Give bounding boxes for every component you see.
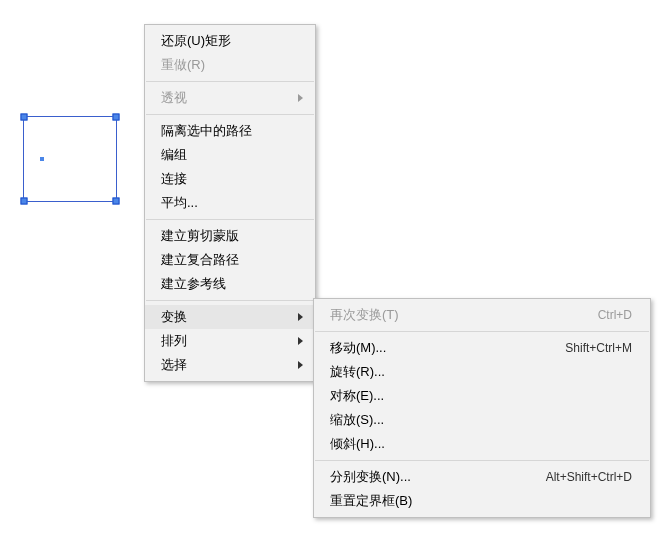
transform-submenu: 再次变换(T) Ctrl+D 移动(M)... Shift+Ctrl+M 旋转(… bbox=[313, 298, 651, 518]
menu-item-label: 旋转(R)... bbox=[330, 360, 385, 384]
menu-item-arrange[interactable]: 排列 bbox=[145, 329, 315, 353]
menu-item-label: 透视 bbox=[161, 86, 187, 110]
menu-item-label: 隔离选中的路径 bbox=[161, 119, 252, 143]
menu-separator bbox=[315, 460, 649, 461]
context-menu: 还原(U)矩形 重做(R) 透视 隔离选中的路径 编组 连接 平均... 建立剪… bbox=[144, 24, 316, 382]
menu-item-transform-again: 再次变换(T) Ctrl+D bbox=[314, 303, 650, 327]
menu-item-label: 排列 bbox=[161, 329, 187, 353]
menu-item-label: 倾斜(H)... bbox=[330, 432, 385, 456]
anchor-handle[interactable] bbox=[21, 198, 28, 205]
menu-item-transform[interactable]: 变换 bbox=[145, 305, 315, 329]
menu-item-label: 编组 bbox=[161, 143, 187, 167]
anchor-handle[interactable] bbox=[113, 198, 120, 205]
menu-item-select[interactable]: 选择 bbox=[145, 353, 315, 377]
menu-item-shortcut: Shift+Ctrl+M bbox=[565, 336, 632, 360]
menu-item-label: 再次变换(T) bbox=[330, 303, 399, 327]
menu-item-make-guides[interactable]: 建立参考线 bbox=[145, 272, 315, 296]
canvas: 还原(U)矩形 重做(R) 透视 隔离选中的路径 编组 连接 平均... 建立剪… bbox=[0, 0, 658, 539]
anchor-handle[interactable] bbox=[113, 114, 120, 121]
menu-item-label: 对称(E)... bbox=[330, 384, 384, 408]
menu-item-shear[interactable]: 倾斜(H)... bbox=[314, 432, 650, 456]
menu-item-label: 缩放(S)... bbox=[330, 408, 384, 432]
menu-item-label: 建立复合路径 bbox=[161, 248, 239, 272]
menu-item-label: 还原(U)矩形 bbox=[161, 29, 231, 53]
menu-item-move[interactable]: 移动(M)... Shift+Ctrl+M bbox=[314, 336, 650, 360]
menu-item-label: 变换 bbox=[161, 305, 187, 329]
menu-separator bbox=[315, 331, 649, 332]
menu-item-undo[interactable]: 还原(U)矩形 bbox=[145, 29, 315, 53]
menu-item-make-compound-path[interactable]: 建立复合路径 bbox=[145, 248, 315, 272]
menu-item-label: 移动(M)... bbox=[330, 336, 386, 360]
submenu-arrow-icon bbox=[298, 361, 303, 369]
menu-item-perspective: 透视 bbox=[145, 86, 315, 110]
menu-item-shortcut: Ctrl+D bbox=[598, 303, 632, 327]
menu-separator bbox=[146, 219, 314, 220]
menu-item-shortcut: Alt+Shift+Ctrl+D bbox=[546, 465, 632, 489]
menu-item-average[interactable]: 平均... bbox=[145, 191, 315, 215]
menu-item-label: 选择 bbox=[161, 353, 187, 377]
menu-item-transform-each[interactable]: 分别变换(N)... Alt+Shift+Ctrl+D bbox=[314, 465, 650, 489]
menu-item-group[interactable]: 编组 bbox=[145, 143, 315, 167]
menu-item-redo: 重做(R) bbox=[145, 53, 315, 77]
submenu-arrow-icon bbox=[298, 94, 303, 102]
menu-item-join[interactable]: 连接 bbox=[145, 167, 315, 191]
menu-item-label: 连接 bbox=[161, 167, 187, 191]
menu-item-isolate-path[interactable]: 隔离选中的路径 bbox=[145, 119, 315, 143]
menu-item-label: 重做(R) bbox=[161, 53, 205, 77]
selected-rectangle[interactable] bbox=[23, 116, 117, 202]
menu-item-reflect[interactable]: 对称(E)... bbox=[314, 384, 650, 408]
submenu-arrow-icon bbox=[298, 337, 303, 345]
menu-item-label: 平均... bbox=[161, 191, 198, 215]
menu-item-label: 建立剪切蒙版 bbox=[161, 224, 239, 248]
menu-separator bbox=[146, 114, 314, 115]
menu-item-label: 建立参考线 bbox=[161, 272, 226, 296]
center-point bbox=[40, 157, 44, 161]
menu-item-label: 分别变换(N)... bbox=[330, 465, 411, 489]
submenu-arrow-icon bbox=[298, 313, 303, 321]
menu-separator bbox=[146, 300, 314, 301]
menu-item-rotate[interactable]: 旋转(R)... bbox=[314, 360, 650, 384]
menu-item-label: 重置定界框(B) bbox=[330, 489, 412, 513]
menu-item-reset-bounding-box[interactable]: 重置定界框(B) bbox=[314, 489, 650, 513]
menu-item-scale[interactable]: 缩放(S)... bbox=[314, 408, 650, 432]
menu-item-make-clipping-mask[interactable]: 建立剪切蒙版 bbox=[145, 224, 315, 248]
menu-separator bbox=[146, 81, 314, 82]
anchor-handle[interactable] bbox=[21, 114, 28, 121]
